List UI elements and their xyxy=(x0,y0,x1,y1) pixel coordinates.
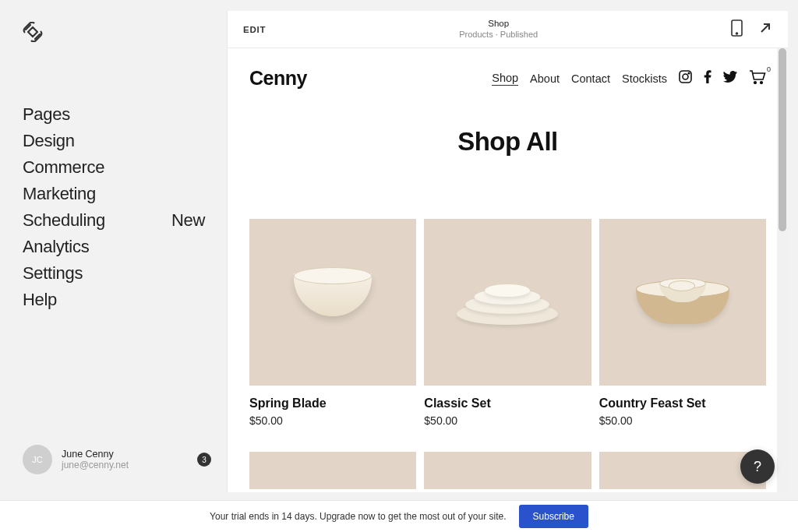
sidebar-item-commerce[interactable]: Commerce xyxy=(23,157,227,178)
squarespace-logo[interactable] xyxy=(23,22,43,42)
sidebar-item-label: Settings xyxy=(23,263,83,284)
topbar-subtitle: Products · Published xyxy=(459,30,538,41)
topbar-actions xyxy=(731,19,772,40)
sidebar-item-analytics[interactable]: Analytics xyxy=(23,237,227,257)
site-nav: Shop About Contact Stockists xyxy=(492,70,766,87)
instagram-icon[interactable] xyxy=(679,70,692,86)
product-image xyxy=(599,219,766,386)
sidebar-item-label: Commerce xyxy=(23,157,104,178)
product-name: Spring Blade xyxy=(249,396,416,410)
cart-icon[interactable]: 0 xyxy=(749,70,766,87)
frame-topbar: EDIT Shop Products · Published xyxy=(228,11,788,48)
product-price: $50.00 xyxy=(249,414,416,427)
sidebar-item-label: Pages xyxy=(23,104,70,125)
user-area[interactable]: JC June Cenny june@cenny.net 3 xyxy=(23,445,211,474)
sidebar-item-help[interactable]: Help xyxy=(23,290,227,310)
new-badge: New xyxy=(171,210,205,231)
nav-link-shop[interactable]: Shop xyxy=(492,72,518,86)
sidebar-item-pages[interactable]: Pages xyxy=(23,104,227,125)
mobile-preview-icon[interactable] xyxy=(731,19,743,40)
svg-point-1 xyxy=(736,33,737,34)
sidebar-item-settings[interactable]: Settings xyxy=(23,263,227,284)
preview-frame: EDIT Shop Products · Published Cenny xyxy=(227,11,788,492)
topbar-title-block: Shop Products · Published xyxy=(459,18,538,40)
svg-point-4 xyxy=(688,72,690,74)
product-card[interactable]: Spring Blade $50.00 xyxy=(249,219,416,427)
product-image[interactable] xyxy=(424,452,591,489)
scrollbar-thumb[interactable] xyxy=(779,48,786,231)
twitter-icon[interactable] xyxy=(723,71,737,86)
nav-link-contact[interactable]: Contact xyxy=(571,72,610,85)
sidebar-item-label: Analytics xyxy=(23,237,89,257)
product-card[interactable]: Country Feast Set $50.00 xyxy=(599,219,766,427)
scrollbar[interactable] xyxy=(777,48,788,492)
sidebar-item-design[interactable]: Design xyxy=(23,131,227,151)
sidebar-item-scheduling[interactable]: Scheduling New xyxy=(23,210,227,231)
user-name: June Cenny xyxy=(62,449,197,460)
banner-text: Your trial ends in 14 days. Upgrade now … xyxy=(210,511,506,522)
sidebar-item-marketing[interactable]: Marketing xyxy=(23,184,227,204)
user-info: June Cenny june@cenny.net xyxy=(62,449,197,470)
product-image xyxy=(424,219,591,386)
site-header: Cenny Shop About Contact Stockists xyxy=(249,67,766,90)
open-external-icon[interactable] xyxy=(758,21,772,38)
sidebar-item-label: Marketing xyxy=(23,184,96,204)
product-price: $50.00 xyxy=(599,414,766,427)
svg-point-5 xyxy=(754,81,757,83)
edit-button[interactable]: EDIT xyxy=(243,25,266,34)
sidebar: Pages Design Commerce Marketing Scheduli… xyxy=(0,0,227,532)
svg-point-6 xyxy=(761,81,763,83)
svg-point-3 xyxy=(683,74,688,79)
avatar: JC xyxy=(23,445,52,474)
product-name: Country Feast Set xyxy=(599,396,766,410)
product-card[interactable]: Classic Set $50.00 xyxy=(424,219,591,427)
site-brand[interactable]: Cenny xyxy=(249,67,307,90)
product-image xyxy=(249,219,416,386)
user-email: june@cenny.net xyxy=(62,460,197,470)
subscribe-button[interactable]: Subscribe xyxy=(519,505,588,528)
page-title: Shop All xyxy=(249,127,766,157)
nav-link-stockists[interactable]: Stockists xyxy=(622,72,667,85)
product-grid-row2 xyxy=(249,452,766,489)
sidebar-item-label: Help xyxy=(23,290,57,310)
site-preview: Cenny Shop About Contact Stockists xyxy=(228,48,788,492)
product-name: Classic Set xyxy=(424,396,591,410)
product-grid: Spring Blade $50.00 Classic Set $50.00 xyxy=(249,219,766,427)
notification-badge[interactable]: 3 xyxy=(197,453,211,467)
product-price: $50.00 xyxy=(424,414,591,427)
nav-link-about[interactable]: About xyxy=(530,72,560,85)
product-image[interactable] xyxy=(249,452,416,489)
cart-count: 0 xyxy=(767,65,771,73)
topbar-title: Shop xyxy=(459,18,538,29)
facebook-icon[interactable] xyxy=(704,70,711,86)
help-fab[interactable]: ? xyxy=(740,449,775,484)
sidebar-item-label: Design xyxy=(23,131,75,151)
sidebar-item-label: Scheduling xyxy=(23,210,105,231)
trial-banner: Your trial ends in 14 days. Upgrade now … xyxy=(0,500,798,532)
